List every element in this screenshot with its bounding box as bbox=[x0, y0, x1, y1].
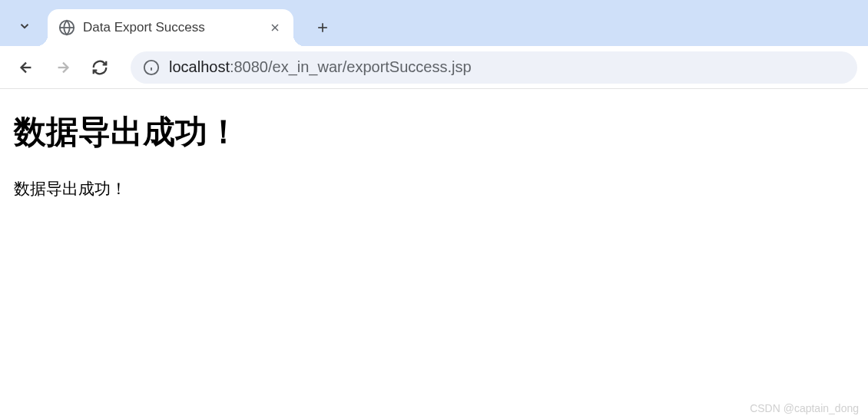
page-heading: 数据导出成功！ bbox=[14, 111, 854, 153]
address-bar[interactable]: localhost:8080/ex_in_war/exportSuccess.j… bbox=[131, 51, 857, 84]
arrow-left-icon bbox=[18, 59, 35, 76]
forward-button[interactable] bbox=[48, 52, 78, 83]
tab-strip: Data Export Success bbox=[0, 0, 868, 46]
browser-toolbar: localhost:8080/ex_in_war/exportSuccess.j… bbox=[0, 46, 868, 89]
new-tab-button[interactable] bbox=[309, 14, 336, 41]
url-path: /ex_in_war/exportSuccess.jsp bbox=[268, 58, 472, 75]
reload-button[interactable] bbox=[84, 52, 115, 83]
close-tab-button[interactable] bbox=[267, 20, 283, 35]
back-button[interactable] bbox=[11, 52, 41, 83]
watermark: CSDN @captain_dong bbox=[750, 402, 859, 414]
info-icon bbox=[143, 59, 160, 76]
close-icon bbox=[269, 21, 281, 34]
chevron-down-icon bbox=[18, 19, 31, 33]
tab-title: Data Export Success bbox=[83, 20, 260, 35]
arrow-right-icon bbox=[55, 59, 71, 76]
url-host: localhost bbox=[169, 58, 230, 75]
page-body: 数据导出成功！ 数据导出成功！ bbox=[0, 89, 868, 221]
plus-icon bbox=[315, 20, 330, 35]
url-port: :8080 bbox=[230, 58, 268, 75]
reload-icon bbox=[91, 59, 108, 76]
page-message: 数据导出成功！ bbox=[14, 178, 854, 200]
url-text: localhost:8080/ex_in_war/exportSuccess.j… bbox=[169, 58, 472, 76]
site-info-button[interactable] bbox=[143, 59, 160, 76]
globe-icon bbox=[58, 19, 75, 36]
browser-tab[interactable]: Data Export Success bbox=[48, 9, 293, 46]
